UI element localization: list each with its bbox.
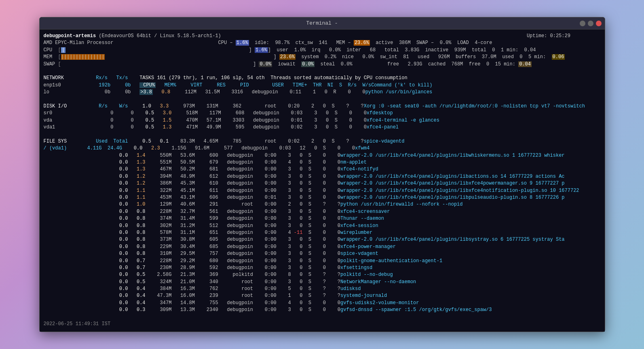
window-title: Terminal - (306, 20, 338, 26)
window-controls (580, 21, 602, 26)
terminal-content: debugpoint-artemis (EndeavourOS 64bit / … (44, 33, 601, 328)
terminal-window: Terminal - debugpoint-artemis (Endeavour… (39, 17, 605, 332)
minimize-button[interactable] (580, 21, 585, 26)
close-button[interactable] (596, 21, 602, 26)
titlebar: Terminal - (40, 17, 605, 29)
maximize-button[interactable] (588, 21, 593, 26)
terminal-body[interactable]: debugpoint-artemis (EndeavourOS 64bit / … (40, 29, 605, 332)
